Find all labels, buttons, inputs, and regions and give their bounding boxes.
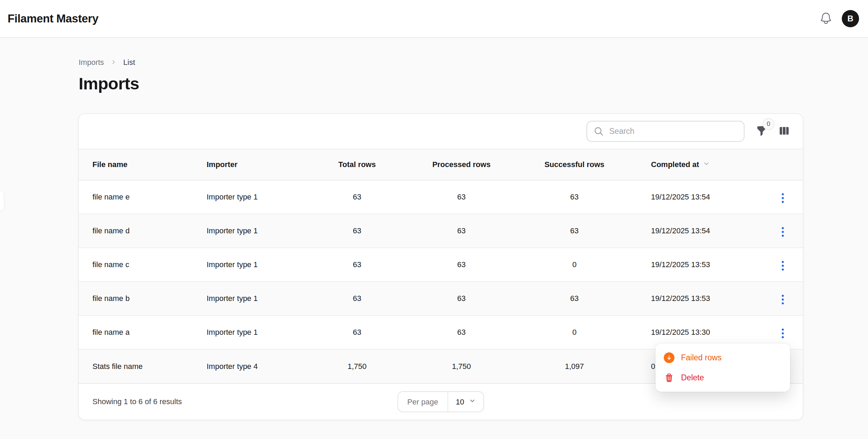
col-header-actions <box>762 149 803 180</box>
table-row: file name c Importer type 1 63 63 0 19/1… <box>79 248 803 282</box>
filter-button[interactable]: 0 <box>756 126 767 137</box>
notifications-button[interactable] <box>819 11 833 26</box>
per-page-value: 10 <box>456 397 464 406</box>
col-header-file-name: File name <box>79 149 193 180</box>
per-page-label: Per page <box>398 392 448 412</box>
row-actions-button[interactable] <box>779 258 787 273</box>
table-row: file name d Importer type 1 63 63 63 19/… <box>79 214 803 248</box>
failed-rows-menu-item[interactable]: Failed rows <box>660 349 785 366</box>
row-actions-button[interactable] <box>779 224 787 240</box>
col-header-successful-rows: Successful rows <box>507 149 642 180</box>
delete-menu-item[interactable]: Delete <box>660 369 785 386</box>
row-actions-button[interactable] <box>779 292 787 307</box>
edge-notch <box>0 191 4 211</box>
breadcrumb-imports[interactable]: Imports <box>79 58 104 67</box>
columns-icon <box>779 125 790 137</box>
col-header-importer: Importer <box>193 149 298 180</box>
search-box <box>586 121 744 142</box>
arrow-down-circle-icon <box>664 352 674 363</box>
topbar: Filament Mastery B <box>0 0 868 38</box>
toggle-columns-button[interactable] <box>779 125 790 137</box>
chevron-down-icon <box>469 397 476 406</box>
search-icon <box>593 126 604 138</box>
col-header-processed-rows: Processed rows <box>416 149 507 180</box>
results-summary: Showing 1 to 6 of 6 results <box>92 397 182 406</box>
chevron-right-icon <box>111 58 116 67</box>
search-input[interactable] <box>586 121 744 142</box>
per-page-select[interactable]: Per page 10 <box>397 391 484 412</box>
filter-count-badge: 0 <box>763 119 774 129</box>
breadcrumb: Imports List <box>79 58 803 67</box>
user-avatar[interactable]: B <box>842 10 859 27</box>
table-header-row: File name Importer Total rows Processed … <box>79 149 803 180</box>
row-actions-button[interactable] <box>779 191 787 206</box>
topbar-actions: B <box>819 10 859 27</box>
table-toolbar: 0 <box>79 114 803 149</box>
breadcrumb-list: List <box>123 58 135 67</box>
trash-icon <box>664 373 674 382</box>
col-header-completed-at[interactable]: Completed at <box>642 149 762 180</box>
page-title: Imports <box>79 74 803 93</box>
col-header-total-rows: Total rows <box>298 149 416 180</box>
row-actions-button[interactable] <box>779 326 787 341</box>
sort-chevron-down-icon <box>703 160 710 169</box>
row-actions-menu: Failed rows Delete <box>655 343 790 392</box>
table-row: file name b Importer type 1 63 63 63 19/… <box>79 282 803 315</box>
brand-title[interactable]: Filament Mastery <box>8 12 98 25</box>
bell-icon <box>819 11 833 26</box>
table-row: file name e Importer type 1 63 63 63 19/… <box>79 180 803 214</box>
